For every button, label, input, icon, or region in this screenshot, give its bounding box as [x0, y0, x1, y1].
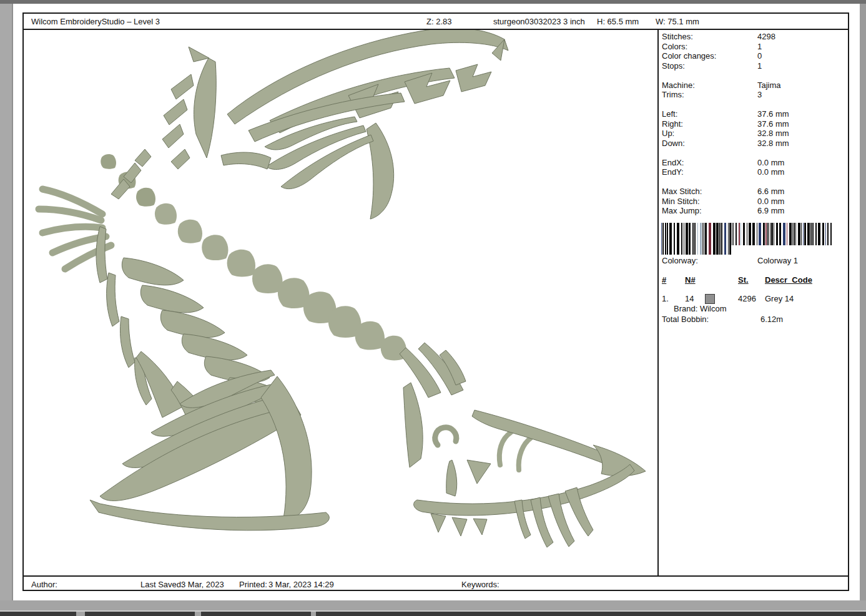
bottom-window-edge — [316, 612, 866, 616]
printed-label: Printed: — [239, 580, 267, 589]
stat-row-endy: EndY:0.0 mm — [659, 167, 848, 177]
col-number: # — [662, 275, 666, 285]
worksheet-frame: Wilcom EmbroideryStudio – Level 3 Z: 2.8… — [22, 12, 849, 591]
design-name: sturgeon03032023 3 inch — [493, 17, 585, 26]
col-stitches: St. — [738, 275, 749, 285]
fish-artwork — [39, 30, 646, 547]
keywords-label: Keywords: — [461, 580, 499, 589]
design-info-panel: Stitches:4298 Colors:1 Color changes:0 S… — [657, 30, 848, 575]
stat-row-up: Up:32.8 mm — [659, 129, 848, 139]
col-descr-code: Descr_Code — [765, 275, 812, 285]
stat-row-stitches: Stitches:4298 — [659, 32, 848, 42]
author-label: Author: — [31, 580, 57, 589]
sturgeon-design — [24, 30, 657, 575]
stat-row-color-changes: Color changes:0 — [659, 51, 848, 61]
last-saved-label: Last Saved: — [140, 580, 184, 589]
background-right-strip — [860, 4, 866, 616]
worksheet-footer: Author: Last Saved: 3 Mar, 2023 Printed:… — [24, 575, 848, 591]
zoom-factor: Z: 2.83 — [426, 17, 451, 26]
printed-value: 3 Mar, 2023 14:29 — [268, 580, 334, 589]
worksheet-header: Wilcom EmbroideryStudio – Level 3 Z: 2.8… — [24, 14, 848, 30]
col-needle: N# — [685, 275, 696, 285]
page-shadow — [12, 4, 13, 600]
stat-row-min-stitch: Min Stitch:0.0 mm — [659, 197, 848, 207]
stat-row-endx: EndX:0.0 mm — [659, 158, 848, 168]
stat-row-trims: Trims:3 — [659, 90, 848, 100]
thread-color-swatch — [705, 294, 715, 304]
design-barcode — [661, 223, 834, 245]
last-saved-value: 3 Mar, 2023 — [181, 580, 224, 589]
stat-row-stops: Stops:1 — [659, 61, 848, 71]
worksheet-body: Stitches:4298 Colors:1 Color changes:0 S… — [24, 30, 848, 575]
design-canvas — [24, 30, 657, 575]
app-title: Wilcom EmbroideryStudio – Level 3 — [31, 17, 160, 26]
stat-row-max-stitch: Max Stitch:6.6 mm — [659, 187, 848, 197]
stats-list: Stitches:4298 Colors:1 Color changes:0 S… — [659, 32, 848, 216]
design-barcode-row2 — [661, 245, 732, 255]
stat-row-max-jump: Max Jump:6.9 mm — [659, 206, 848, 216]
colorway-value: Colorway 1 — [757, 256, 798, 265]
stat-row-down: Down:32.8 mm — [659, 139, 848, 149]
design-height: H: 65.5 mm — [597, 17, 639, 26]
bottom-window-edge — [201, 612, 311, 616]
stat-row-colors: Colors:1 — [659, 42, 848, 52]
stat-row-machine: Machine:Tajima — [659, 81, 848, 90]
bottom-window-edge — [85, 612, 195, 616]
thread-brand: Brand: Wilcom — [674, 304, 727, 313]
design-width: W: 75.1 mm — [656, 17, 699, 26]
bottom-window-edge — [0, 612, 76, 616]
stat-row-right: Right:37.6 mm — [659, 119, 848, 129]
stat-row-left: Left:37.6 mm — [659, 109, 848, 119]
colorway-label: Colorway: — [662, 256, 698, 265]
